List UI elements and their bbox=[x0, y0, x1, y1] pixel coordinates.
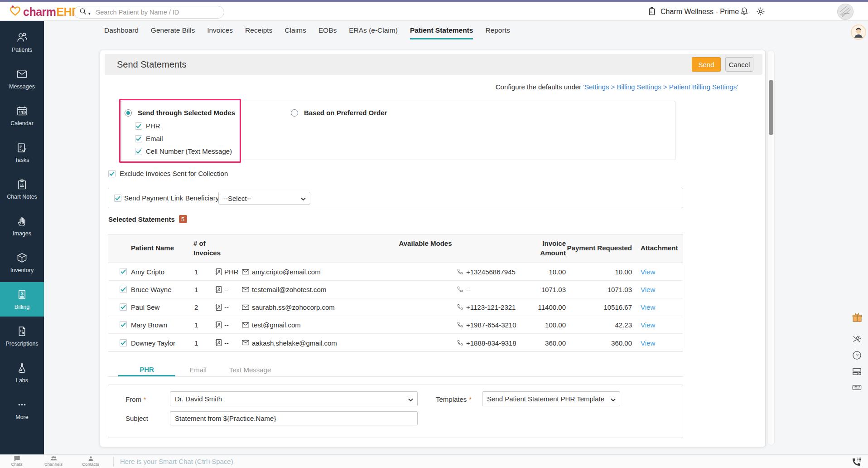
dialer-phone-icon[interactable] bbox=[851, 456, 863, 468]
calendar-icon: 12 bbox=[16, 105, 28, 119]
invoice-amount: 11400.00 bbox=[498, 303, 566, 311]
from-select[interactable]: Dr. David Smith bbox=[170, 391, 418, 406]
row-checkbox[interactable] bbox=[120, 321, 127, 328]
send-payment-link-label: Send Payment Link bbox=[124, 194, 183, 202]
statements-table: Patient Name # of Invoices Available Mod… bbox=[108, 234, 683, 352]
notifications-bell-icon[interactable] bbox=[739, 6, 749, 16]
app-logo[interactable]: charmEHR bbox=[9, 5, 80, 19]
templates-label: Templates* bbox=[436, 395, 472, 403]
checkbox-phr[interactable]: PHR bbox=[135, 122, 160, 130]
tab-phr[interactable]: PHR bbox=[118, 363, 175, 376]
selected-count-badge: 5 bbox=[179, 215, 187, 223]
payment-requested: 1071.03 bbox=[564, 286, 632, 293]
channels-button[interactable]: Channels bbox=[42, 456, 65, 467]
tab-claims[interactable]: Claims bbox=[285, 26, 306, 39]
card-header-band: Send Statements Send Cancel bbox=[105, 54, 762, 75]
email-cell: testemail@zohotest.com bbox=[242, 286, 326, 293]
phone-icon bbox=[457, 322, 463, 328]
search-input[interactable] bbox=[92, 9, 224, 16]
billing-settings-link[interactable]: 'Settings > Billing Settings > Patient B… bbox=[583, 83, 738, 91]
settings-gear-icon[interactable] bbox=[756, 6, 766, 16]
checkbox-send-payment-link[interactable] bbox=[114, 195, 121, 202]
col-num-invoices: # of bbox=[193, 239, 206, 247]
svg-text:$: $ bbox=[21, 291, 24, 296]
send-button[interactable]: Send bbox=[692, 57, 721, 72]
gift-icon[interactable] bbox=[852, 312, 863, 323]
row-checkbox[interactable] bbox=[120, 286, 127, 293]
id-card-icon bbox=[215, 339, 222, 346]
tab-patient-statements[interactable]: Patient Statements bbox=[410, 26, 473, 39]
sidebar-item-images[interactable]: Images bbox=[0, 211, 44, 240]
tab-text-message[interactable]: Text Message bbox=[221, 363, 280, 376]
sidebar-item-messages[interactable]: Messages bbox=[0, 64, 44, 93]
subject-input[interactable] bbox=[170, 411, 418, 425]
panels-layout-icon[interactable] bbox=[852, 366, 863, 377]
user-avatar[interactable] bbox=[837, 4, 854, 20]
sidebar-item-calendar[interactable]: 12 Calendar bbox=[0, 101, 44, 130]
phr-message-form: From* Dr. David Smith Templates* Send Pa… bbox=[108, 385, 683, 438]
view-attachment-link[interactable]: View bbox=[641, 286, 655, 293]
templates-select[interactable]: Send Patient Statement PHR Template bbox=[482, 391, 620, 406]
payment-requested: 10.00 bbox=[564, 268, 632, 276]
radio-preferred-order[interactable]: Based on Preferred Order bbox=[291, 109, 387, 117]
envelope-icon bbox=[242, 304, 249, 310]
row-checkbox[interactable] bbox=[120, 339, 127, 346]
checkbox-email[interactable]: Email bbox=[135, 135, 163, 142]
tab-eras-eclaim[interactable]: ERAs (e-Claim) bbox=[349, 26, 398, 39]
checkbox-cell-number[interactable]: Cell Number (Text Message) bbox=[135, 147, 232, 155]
smart-chat-input[interactable] bbox=[120, 455, 528, 468]
app-screen: charmEHR ▾ Charm Wellness - Prime ▾ bbox=[0, 0, 868, 468]
chats-button[interactable]: Chats bbox=[5, 456, 28, 467]
scrollbar-thumb[interactable] bbox=[769, 80, 773, 135]
main-area: Dashboard Generate Bills Invoices Receip… bbox=[44, 21, 868, 454]
tab-reports[interactable]: Reports bbox=[485, 26, 510, 39]
search-icon bbox=[79, 7, 87, 18]
selected-statements-row: Selected Statements 5 bbox=[108, 215, 187, 223]
row-checkbox[interactable] bbox=[120, 303, 127, 311]
sidebar-item-inventory[interactable]: Inventory bbox=[0, 248, 44, 277]
patient-name: Downey Taylor bbox=[131, 339, 175, 346]
phone-icon bbox=[457, 304, 463, 311]
practice-selector[interactable]: Charm Wellness - Prime ▾ bbox=[647, 2, 745, 21]
tab-generate-bills[interactable]: Generate Bills bbox=[151, 26, 195, 39]
tab-invoices[interactable]: Invoices bbox=[207, 26, 233, 39]
tasks-icon bbox=[16, 141, 28, 156]
cancel-button[interactable]: Cancel bbox=[725, 57, 753, 72]
sidebar-item-chart-notes[interactable]: CC Chart Notes bbox=[0, 175, 44, 204]
tab-email[interactable]: Email bbox=[175, 363, 221, 376]
radio-selected-icon bbox=[125, 109, 132, 117]
invoice-amount: 360.00 bbox=[498, 339, 566, 346]
billing-nav-tabs: Dashboard Generate Bills Invoices Receip… bbox=[104, 26, 510, 39]
required-asterisk: * bbox=[469, 396, 471, 403]
view-attachment-link[interactable]: View bbox=[641, 339, 655, 346]
sidebar-item-prescriptions[interactable]: R Prescriptions bbox=[0, 322, 44, 351]
checkbox-exclude-collection[interactable]: Exclude Invoices Sent for Collection bbox=[108, 170, 228, 177]
sidebar-item-tasks[interactable]: Tasks bbox=[0, 138, 44, 167]
contacts-button[interactable]: Contacts bbox=[79, 456, 102, 467]
disconnect-plug-icon[interactable] bbox=[852, 334, 863, 345]
beneficiary-select[interactable]: --Select-- bbox=[218, 192, 310, 205]
help-icon[interactable]: ? bbox=[852, 350, 863, 361]
invoice-amount: 1071.03 bbox=[498, 286, 566, 293]
sidebar-item-patients[interactable]: Patients bbox=[0, 28, 44, 57]
sidebar-item-more[interactable]: More bbox=[0, 395, 44, 424]
radio-send-selected-modes[interactable]: Send through Selected Modes bbox=[125, 109, 235, 117]
invoice-amount: 10.00 bbox=[498, 268, 566, 276]
sidebar-item-labs[interactable]: Labs bbox=[0, 358, 44, 387]
patient-search[interactable]: ▾ bbox=[74, 6, 224, 19]
search-filter-caret-icon[interactable]: ▾ bbox=[88, 11, 91, 16]
id-card-icon bbox=[215, 303, 222, 311]
page-title: Send Statements bbox=[117, 54, 186, 75]
tab-receipts[interactable]: Receipts bbox=[245, 26, 272, 39]
row-checkbox[interactable] bbox=[120, 268, 127, 275]
sidebar-item-billing[interactable]: $ Billing bbox=[0, 282, 44, 317]
assistant-avatar[interactable] bbox=[851, 24, 866, 40]
tab-dashboard[interactable]: Dashboard bbox=[104, 26, 139, 39]
card-scrollbar[interactable] bbox=[767, 50, 775, 445]
view-attachment-link[interactable]: View bbox=[641, 303, 655, 311]
invoice-count: 1 bbox=[194, 286, 198, 293]
keyboard-icon[interactable] bbox=[852, 382, 863, 393]
tab-eobs[interactable]: EOBs bbox=[318, 26, 337, 39]
view-attachment-link[interactable]: View bbox=[641, 268, 655, 276]
view-attachment-link[interactable]: View bbox=[641, 321, 655, 329]
